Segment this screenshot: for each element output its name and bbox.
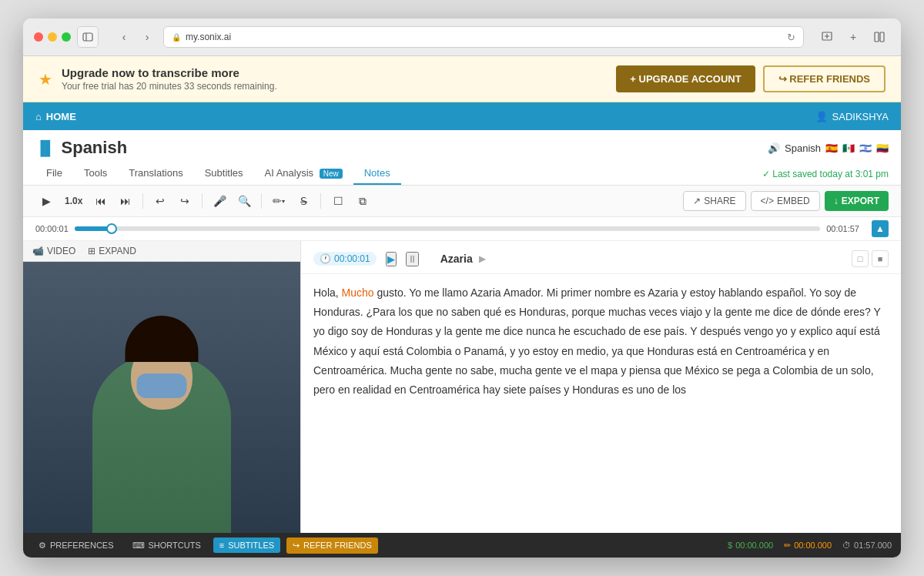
transcript-text: Hola, Mucho gusto. Yo me llamo Azaria Am… bbox=[313, 283, 889, 400]
document-title: Spanish bbox=[62, 138, 128, 158]
tab-notes[interactable]: Notes bbox=[353, 162, 401, 185]
export-button[interactable]: ↓ EXPORT bbox=[825, 191, 889, 211]
tab-ai-analysis[interactable]: AI Analysis New bbox=[254, 162, 353, 185]
timeline-end: 00:01:57 bbox=[826, 224, 859, 233]
home-nav-item[interactable]: ⌂ HOME bbox=[35, 111, 76, 122]
sidebar-toggle[interactable] bbox=[77, 26, 99, 48]
time-value-1: 00:00.000 bbox=[735, 541, 773, 550]
transcript-header: 🕐 00:00:01 ▶ ⏸ Azaria ▶ □ ■ bbox=[301, 241, 901, 274]
upgrade-banner: ★ Upgrade now to transcribe more Your fr… bbox=[23, 56, 901, 102]
nav-bar: ⌂ HOME 👤 SADIKSHYA bbox=[23, 102, 901, 130]
toolbar-right: ↗ SHARE </> EMBED ↓ EXPORT bbox=[683, 191, 889, 211]
subtitles-label: SUBTITLES bbox=[228, 541, 274, 550]
export-label: EXPORT bbox=[842, 196, 879, 206]
timeline-thumb[interactable] bbox=[106, 223, 117, 234]
app-content: ★ Upgrade now to transcribe more Your fr… bbox=[23, 56, 901, 558]
separator-2 bbox=[202, 193, 203, 209]
export-icon: ↓ bbox=[834, 196, 839, 206]
speaker-row: Azaria ▶ bbox=[440, 253, 486, 265]
rewind-button[interactable]: ⏮ bbox=[90, 190, 112, 212]
language-label: Spanish bbox=[785, 142, 821, 154]
lock-icon: 🔒 bbox=[172, 33, 181, 42]
segment-pause-button[interactable]: ⏸ bbox=[406, 252, 419, 266]
video-controls: 📹 VIDEO ⊞ EXPAND bbox=[23, 241, 300, 262]
user-nav-item[interactable]: 👤 SADIKSHYA bbox=[815, 111, 889, 122]
note-icons: □ ■ bbox=[852, 250, 889, 267]
copy-button[interactable]: ⧉ bbox=[352, 190, 373, 212]
highlight-button[interactable]: ✏ ▾ bbox=[268, 190, 290, 212]
editor-area: ▐▌ Spanish 🔊 Spanish 🇪🇸 🇲🇽 🇮🇱 🇨🇴 bbox=[23, 130, 901, 533]
video-thumbnail bbox=[23, 262, 300, 533]
undo-button[interactable]: ↩ bbox=[149, 190, 171, 212]
preferences-button[interactable]: ⚙ PREFERENCES bbox=[32, 537, 120, 554]
embed-icon: </> bbox=[761, 196, 774, 206]
note-filled-icon[interactable]: ■ bbox=[872, 250, 889, 267]
forward-button[interactable]: › bbox=[137, 27, 157, 47]
flag-mexico: 🇲🇽 bbox=[842, 142, 855, 154]
tab-file[interactable]: File bbox=[35, 162, 73, 185]
speaker-icon: 🔊 bbox=[768, 142, 780, 154]
flag-colombia: 🇨🇴 bbox=[876, 142, 889, 154]
microphone-button[interactable]: 🎤 bbox=[209, 190, 230, 212]
timeline-expand: ▲ bbox=[872, 220, 889, 237]
separator-1 bbox=[142, 193, 143, 209]
browser-nav: ‹ › bbox=[114, 27, 157, 47]
split-view-button[interactable] bbox=[869, 26, 890, 48]
search-button[interactable]: 🔍 bbox=[233, 190, 255, 212]
time-indicator-1: $ 00:00.000 bbox=[728, 541, 773, 550]
strikethrough-button[interactable]: S̶ bbox=[293, 190, 314, 212]
shortcuts-button[interactable]: ⌨ SHORTCUTS bbox=[126, 537, 207, 554]
clock-icon: ⏱ bbox=[842, 541, 851, 550]
editor-toolbar: ▶ 1.0x ⏮ ⏭ ↩ ↪ 🎤 🔍 ✏ ▾ S̶ bbox=[23, 186, 901, 217]
minimize-button[interactable] bbox=[48, 32, 57, 42]
fullscreen-button[interactable] bbox=[62, 32, 71, 42]
clock-small-icon: 🕐 bbox=[320, 253, 331, 264]
share-button[interactable]: ↗ SHARE bbox=[683, 191, 745, 211]
embed-button[interactable]: </> EMBED bbox=[751, 191, 820, 211]
language-selector[interactable]: 🔊 Spanish 🇪🇸 🇲🇽 🇮🇱 🇨🇴 bbox=[768, 142, 889, 154]
shortcuts-label: SHORTCUTS bbox=[149, 541, 201, 550]
expand-video-button[interactable]: ⊞ EXPAND bbox=[88, 246, 136, 256]
share-browser-button[interactable] bbox=[816, 26, 838, 48]
flag-spain: 🇪🇸 bbox=[825, 142, 838, 154]
close-button[interactable] bbox=[34, 32, 43, 42]
upgrade-account-button[interactable]: + UPGRADE ACCOUNT bbox=[616, 65, 755, 92]
embed-label: EMBED bbox=[777, 196, 810, 206]
speaker-expand-icon[interactable]: ▶ bbox=[479, 253, 486, 264]
redo-button[interactable]: ↪ bbox=[174, 190, 196, 212]
url-text: my.sonix.ai bbox=[186, 32, 231, 42]
user-label: SADIKSHYA bbox=[832, 111, 889, 122]
refer-icon: ↪ bbox=[293, 541, 300, 551]
note-empty-icon[interactable]: □ bbox=[852, 250, 869, 267]
tab-translations[interactable]: Translations bbox=[118, 162, 193, 185]
timeline-track[interactable] bbox=[75, 226, 820, 231]
box-button[interactable]: ☐ bbox=[327, 190, 349, 212]
subtitles-icon: ≡ bbox=[219, 541, 224, 550]
refer-friends-bottom-button[interactable]: ↪ REFER FRIENDS bbox=[286, 537, 378, 554]
editor-header: ▐▌ Spanish 🔊 Spanish 🇪🇸 🇲🇽 🇮🇱 🇨🇴 bbox=[23, 130, 901, 186]
tab-tools[interactable]: Tools bbox=[73, 162, 118, 185]
tab-subtitles[interactable]: Subtitles bbox=[194, 162, 254, 185]
star-icon: ★ bbox=[38, 70, 52, 89]
refer-label: REFER FRIENDS bbox=[303, 541, 372, 550]
subtitles-button[interactable]: ≡ SUBTITLES bbox=[213, 537, 280, 553]
save-status: ✓ Last saved today at 3:01 pm bbox=[762, 169, 889, 179]
reload-icon: ↻ bbox=[787, 32, 795, 43]
keyboard-icon: ⌨ bbox=[132, 541, 145, 551]
segment-play-button[interactable]: ▶ bbox=[386, 252, 397, 266]
address-bar[interactable]: 🔒 my.sonix.ai ↻ bbox=[163, 26, 804, 48]
banner-left: ★ Upgrade now to transcribe more Your fr… bbox=[38, 66, 277, 92]
banner-title: Upgrade now to transcribe more bbox=[62, 66, 277, 79]
time-value-2: 00:00.000 bbox=[794, 541, 832, 550]
fast-forward-button[interactable]: ⏭ bbox=[115, 190, 136, 212]
home-icon: ⌂ bbox=[35, 111, 42, 122]
expand-icon: ⊞ bbox=[88, 246, 95, 256]
highlighted-word: Mucho bbox=[342, 286, 374, 299]
back-button[interactable]: ‹ bbox=[114, 27, 134, 47]
refer-friends-banner-button[interactable]: ↪ REFER FRIENDS bbox=[763, 65, 886, 92]
svg-rect-6 bbox=[880, 32, 884, 42]
speed-button[interactable]: 1.0x bbox=[60, 194, 87, 208]
play-button[interactable]: ▶ bbox=[35, 190, 57, 212]
collapse-timeline-button[interactable]: ▲ bbox=[872, 220, 889, 237]
new-tab-button[interactable]: + bbox=[842, 26, 864, 48]
